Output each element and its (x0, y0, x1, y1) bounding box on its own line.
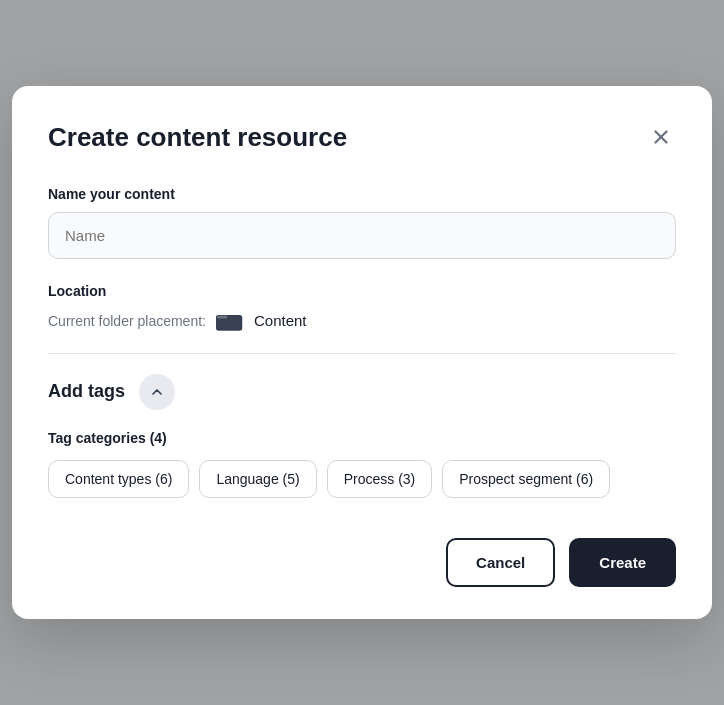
modal-footer: Cancel Create (48, 538, 676, 587)
tag-chip-content-types[interactable]: Content types (6) (48, 460, 189, 498)
modal-overlay: Create content resource Name your conten… (0, 0, 724, 705)
tag-categories-label: Tag categories (4) (48, 430, 676, 446)
modal-title: Create content resource (48, 122, 347, 153)
tags-collapse-button[interactable] (139, 374, 175, 410)
placement-text: Current folder placement: (48, 313, 206, 329)
tags-title: Add tags (48, 381, 125, 402)
modal-header: Create content resource (48, 122, 676, 153)
create-button[interactable]: Create (569, 538, 676, 587)
location-section: Location Current folder placement: Conte… (48, 283, 676, 354)
name-section: Name your content (48, 186, 676, 283)
name-section-label: Name your content (48, 186, 676, 202)
location-row: Current folder placement: Content (48, 309, 676, 354)
close-icon (650, 126, 672, 148)
location-label: Location (48, 283, 676, 299)
folder-name: Content (254, 312, 307, 329)
tag-chip-prospect-segment[interactable]: Prospect segment (6) (442, 460, 610, 498)
svg-rect-3 (217, 315, 228, 318)
close-button[interactable] (646, 122, 676, 152)
tag-chip-process[interactable]: Process (3) (327, 460, 433, 498)
tag-chips-container: Content types (6) Language (5) Process (… (48, 460, 676, 498)
tags-header: Add tags (48, 374, 676, 410)
tags-section: Add tags Tag categories (4) Content type… (48, 374, 676, 498)
folder-icon (216, 309, 244, 333)
tag-chip-language[interactable]: Language (5) (199, 460, 316, 498)
name-input[interactable] (48, 212, 676, 259)
chevron-up-icon (149, 384, 165, 400)
cancel-button[interactable]: Cancel (446, 538, 555, 587)
create-content-modal: Create content resource Name your conten… (12, 86, 712, 618)
